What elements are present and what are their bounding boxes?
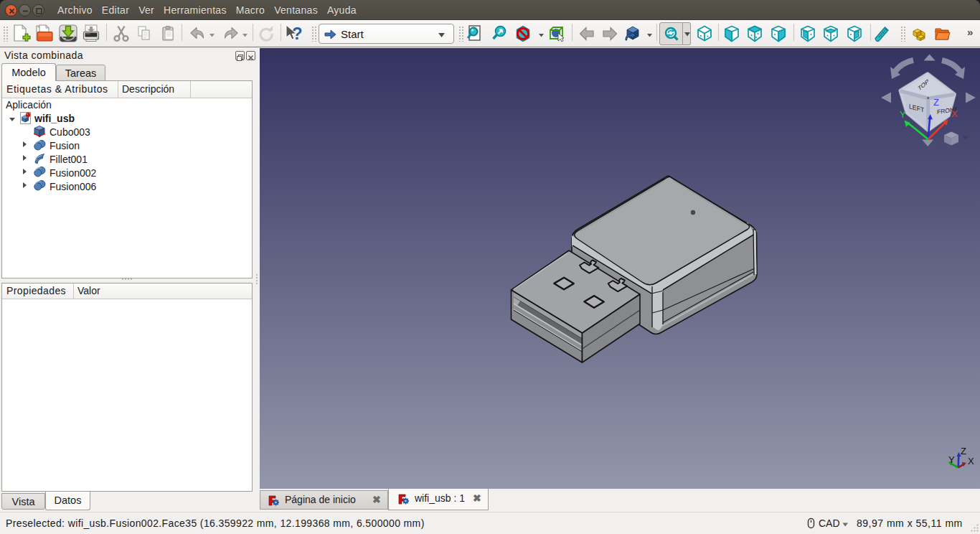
svg-text:Z: Z (933, 97, 939, 108)
svg-text:Y: Y (948, 454, 955, 465)
svg-text:X: X (951, 108, 958, 119)
svg-text:X: X (968, 456, 974, 467)
svg-text:Y: Y (900, 109, 906, 120)
svg-text:Z: Z (961, 446, 966, 456)
